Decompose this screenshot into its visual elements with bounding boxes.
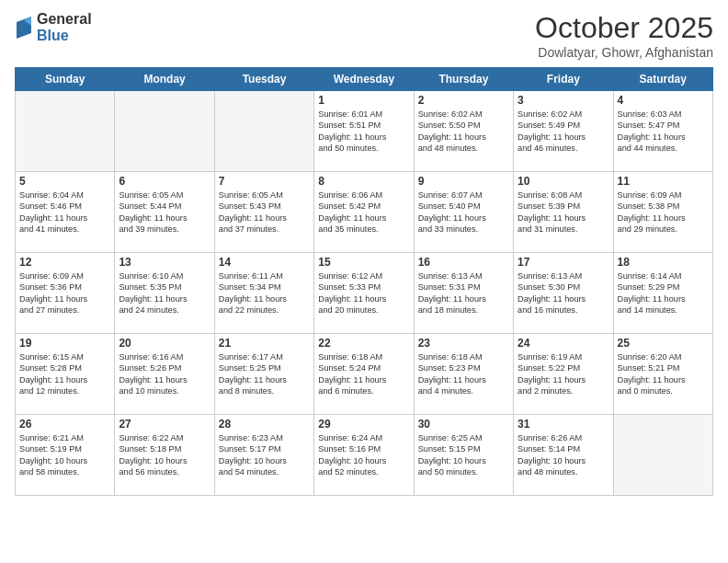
table-row: 9Sunrise: 6:07 AMSunset: 5:40 PMDaylight… [414,172,513,253]
day-info: Sunrise: 6:02 AMSunset: 5:50 PMDaylight:… [418,109,509,155]
day-number: 21 [219,337,310,350]
calendar-table: SundayMondayTuesdayWednesdayThursdayFrid… [15,67,713,496]
table-row: 29Sunrise: 6:24 AMSunset: 5:16 PMDayligh… [314,415,414,496]
table-row: 17Sunrise: 6:13 AMSunset: 5:30 PMDayligh… [514,253,613,334]
table-row: 19Sunrise: 6:15 AMSunset: 5:28 PMDayligh… [16,334,115,415]
table-row: 22Sunrise: 6:18 AMSunset: 5:24 PMDayligh… [314,334,414,415]
table-row: 1Sunrise: 6:01 AMSunset: 5:51 PMDaylight… [314,91,414,172]
table-row: 2Sunrise: 6:02 AMSunset: 5:50 PMDaylight… [414,91,513,172]
page: General Blue October 2025 Dowlatyar, Gho… [0,0,728,563]
day-info: Sunrise: 6:18 AMSunset: 5:24 PMDaylight:… [318,351,409,397]
day-number: 27 [119,418,210,431]
day-info: Sunrise: 6:22 AMSunset: 5:18 PMDaylight:… [119,432,210,478]
calendar-week-row: 1Sunrise: 6:01 AMSunset: 5:51 PMDaylight… [16,91,713,172]
day-info: Sunrise: 6:07 AMSunset: 5:40 PMDaylight:… [418,190,509,236]
day-number: 30 [418,418,509,431]
table-row: 18Sunrise: 6:14 AMSunset: 5:29 PMDayligh… [613,253,712,334]
day-number: 12 [19,256,110,269]
table-row: 14Sunrise: 6:11 AMSunset: 5:34 PMDayligh… [214,253,313,334]
day-info: Sunrise: 6:09 AMSunset: 5:38 PMDaylight:… [618,190,709,236]
day-number: 15 [318,256,409,269]
location: Dowlatyar, Ghowr, Afghanistan [535,45,713,60]
table-row: 30Sunrise: 6:25 AMSunset: 5:15 PMDayligh… [414,415,513,496]
table-row: 3Sunrise: 6:02 AMSunset: 5:49 PMDaylight… [514,91,613,172]
logo-general: General [37,11,92,28]
day-info: Sunrise: 6:13 AMSunset: 5:30 PMDaylight:… [518,270,609,316]
day-info: Sunrise: 6:05 AMSunset: 5:44 PMDaylight:… [119,190,210,236]
day-of-week-header: Friday [514,68,613,91]
table-row: 11Sunrise: 6:09 AMSunset: 5:38 PMDayligh… [613,172,712,253]
day-number: 20 [119,337,210,350]
table-row: 27Sunrise: 6:22 AMSunset: 5:18 PMDayligh… [115,415,214,496]
table-row: 23Sunrise: 6:18 AMSunset: 5:23 PMDayligh… [414,334,513,415]
day-info: Sunrise: 6:16 AMSunset: 5:26 PMDaylight:… [119,351,210,397]
day-number: 11 [618,175,709,188]
day-info: Sunrise: 6:08 AMSunset: 5:39 PMDaylight:… [518,190,609,236]
day-number: 16 [418,256,509,269]
day-info: Sunrise: 6:02 AMSunset: 5:49 PMDaylight:… [518,109,609,155]
table-row: 28Sunrise: 6:23 AMSunset: 5:17 PMDayligh… [214,415,313,496]
table-row: 31Sunrise: 6:26 AMSunset: 5:14 PMDayligh… [514,415,613,496]
day-info: Sunrise: 6:11 AMSunset: 5:34 PMDaylight:… [219,270,310,316]
logo-icon [15,17,33,39]
day-info: Sunrise: 6:09 AMSunset: 5:36 PMDaylight:… [19,270,110,316]
day-number: 23 [418,337,509,350]
table-row: 16Sunrise: 6:13 AMSunset: 5:31 PMDayligh… [414,253,513,334]
calendar-week-row: 19Sunrise: 6:15 AMSunset: 5:28 PMDayligh… [16,334,713,415]
table-row: 13Sunrise: 6:10 AMSunset: 5:35 PMDayligh… [115,253,214,334]
table-row: 25Sunrise: 6:20 AMSunset: 5:21 PMDayligh… [613,334,712,415]
day-number: 18 [618,256,709,269]
day-info: Sunrise: 6:15 AMSunset: 5:28 PMDaylight:… [19,351,110,397]
table-row: 4Sunrise: 6:03 AMSunset: 5:47 PMDaylight… [613,91,712,172]
day-number: 24 [518,337,609,350]
day-of-week-header: Thursday [414,68,513,91]
day-number: 14 [219,256,310,269]
day-number: 10 [518,175,609,188]
day-info: Sunrise: 6:25 AMSunset: 5:15 PMDaylight:… [418,432,509,478]
table-row: 8Sunrise: 6:06 AMSunset: 5:42 PMDaylight… [314,172,414,253]
day-info: Sunrise: 6:13 AMSunset: 5:31 PMDaylight:… [418,270,509,316]
day-of-week-header: Monday [115,68,214,91]
day-number: 7 [219,175,310,188]
day-info: Sunrise: 6:24 AMSunset: 5:16 PMDaylight:… [318,432,409,478]
day-info: Sunrise: 6:21 AMSunset: 5:19 PMDaylight:… [19,432,110,478]
table-row: 5Sunrise: 6:04 AMSunset: 5:46 PMDaylight… [16,172,115,253]
day-number: 19 [19,337,110,350]
table-row: 21Sunrise: 6:17 AMSunset: 5:25 PMDayligh… [214,334,313,415]
header: General Blue October 2025 Dowlatyar, Gho… [15,11,713,60]
day-info: Sunrise: 6:01 AMSunset: 5:51 PMDaylight:… [318,109,409,155]
table-row: 12Sunrise: 6:09 AMSunset: 5:36 PMDayligh… [16,253,115,334]
day-number: 26 [19,418,110,431]
logo-blue: Blue [37,28,92,44]
day-info: Sunrise: 6:17 AMSunset: 5:25 PMDaylight:… [219,351,310,397]
day-number: 2 [418,94,509,107]
table-row: 20Sunrise: 6:16 AMSunset: 5:26 PMDayligh… [115,334,214,415]
month-title: October 2025 [535,11,713,45]
table-row: 7Sunrise: 6:05 AMSunset: 5:43 PMDaylight… [214,172,313,253]
day-number: 4 [618,94,709,107]
day-info: Sunrise: 6:23 AMSunset: 5:17 PMDaylight:… [219,432,310,478]
day-info: Sunrise: 6:05 AMSunset: 5:43 PMDaylight:… [219,190,310,236]
logo: General Blue [15,11,92,43]
day-info: Sunrise: 6:12 AMSunset: 5:33 PMDaylight:… [318,270,409,316]
day-of-week-header: Wednesday [314,68,414,91]
day-number: 5 [19,175,110,188]
table-row [115,91,214,172]
calendar-week-row: 12Sunrise: 6:09 AMSunset: 5:36 PMDayligh… [16,253,713,334]
calendar-week-row: 26Sunrise: 6:21 AMSunset: 5:19 PMDayligh… [16,415,713,496]
day-number: 29 [318,418,409,431]
day-number: 9 [418,175,509,188]
day-number: 25 [618,337,709,350]
day-info: Sunrise: 6:06 AMSunset: 5:42 PMDaylight:… [318,190,409,236]
day-number: 31 [518,418,609,431]
day-number: 17 [518,256,609,269]
day-info: Sunrise: 6:04 AMSunset: 5:46 PMDaylight:… [19,190,110,236]
table-row: 6Sunrise: 6:05 AMSunset: 5:44 PMDaylight… [115,172,214,253]
day-of-week-header: Tuesday [214,68,313,91]
day-info: Sunrise: 6:14 AMSunset: 5:29 PMDaylight:… [618,270,709,316]
day-info: Sunrise: 6:10 AMSunset: 5:35 PMDaylight:… [119,270,210,316]
day-number: 13 [119,256,210,269]
day-info: Sunrise: 6:26 AMSunset: 5:14 PMDaylight:… [518,432,609,478]
calendar-header-row: SundayMondayTuesdayWednesdayThursdayFrid… [16,68,713,91]
day-number: 3 [518,94,609,107]
